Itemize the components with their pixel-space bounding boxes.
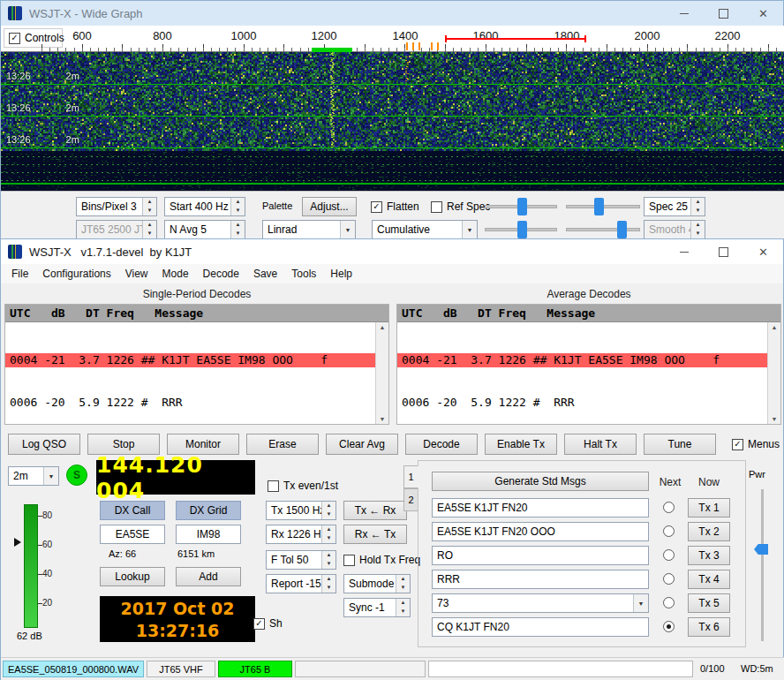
rx-from-tx-button[interactable]: Rx ← Tx — [343, 525, 407, 544]
spinner-arrows[interactable]: ▲▼ — [321, 525, 335, 543]
generate-std-msgs-button[interactable]: Generate Std Msgs — [432, 472, 649, 491]
menus-checkbox[interactable]: ✓ Menus — [732, 438, 780, 450]
scroll-up-icon[interactable]: ▲ — [380, 324, 386, 330]
halt-tx-button[interactable]: Halt Tx — [564, 434, 637, 455]
tx5-next-radio[interactable] — [663, 597, 675, 608]
frequency-scale[interactable]: ✓ Controls 600 800 1000 1200 1400 1600 1… — [1, 26, 784, 52]
band-combo[interactable]: 2m ▼ — [8, 466, 59, 486]
waterfall[interactable]: 13:262m 13:262m 13:262m — [1, 52, 784, 191]
minimize-icon[interactable] — [664, 1, 704, 26]
menu-save[interactable]: Save — [246, 264, 284, 283]
gain-slider-2[interactable] — [485, 220, 557, 239]
decodes-list[interactable]: 0004 -21 3.7 1226 ## K1JT EA5SE IM98 OOO… — [397, 322, 767, 424]
tx-even-checkbox[interactable]: ✓ Tx even/1st — [268, 480, 338, 492]
tab-messages-1[interactable]: 1 — [403, 465, 418, 488]
decode-row[interactable]: 0006 -20 5.9 1222 # RRR — [397, 396, 767, 410]
scrollbar[interactable]: ▲ ▼ — [767, 322, 780, 424]
hold-tx-freq-checkbox[interactable]: ✓ Hold Tx Freq — [343, 554, 420, 566]
bins-pixel-spinner[interactable]: Bins/Pixel 3 ▲▼ — [76, 197, 157, 216]
tx1-next-radio[interactable] — [663, 502, 675, 513]
menu-view[interactable]: View — [118, 264, 155, 283]
decode-row[interactable]: 0004 -21 3.7 1226 ## K1JT EA5SE IM98 OOO… — [5, 353, 375, 367]
tx4-now-button[interactable]: Tx 4 — [688, 570, 730, 589]
pwr-slider[interactable] — [761, 489, 764, 641]
tx1-now-button[interactable]: Tx 1 — [688, 498, 730, 518]
tx6-now-button[interactable]: Tx 6 — [688, 617, 730, 637]
spinner-arrows[interactable]: ▲▼ — [396, 599, 410, 616]
lookup-button[interactable]: Lookup — [100, 567, 165, 586]
menu-tools[interactable]: Tools — [284, 264, 323, 283]
dx-call-button[interactable]: DX Call — [100, 501, 165, 520]
scroll-down-icon[interactable]: ▼ — [772, 416, 778, 422]
spinner-arrows[interactable]: ▲▼ — [321, 575, 335, 593]
decode-row[interactable]: 0006 -20 5.9 1222 # RRR — [5, 396, 375, 410]
tx2-next-radio[interactable] — [663, 525, 675, 537]
palette-combo[interactable]: Linrad ▼ — [262, 220, 356, 239]
flatten-checkbox[interactable]: ✓ Flatten — [371, 200, 419, 213]
wide-graph-titlebar[interactable]: WSJT-X - Wide Graph ✕ — [1, 1, 783, 26]
start-hz-spinner[interactable]: Start 400 Hz ▲▼ — [164, 197, 245, 216]
tab-messages-2[interactable]: 2 — [403, 488, 418, 511]
spinner-arrows[interactable]: ▲▼ — [396, 575, 410, 593]
display-mode-combo[interactable]: Cumulative ▼ — [372, 220, 478, 239]
maximize-icon[interactable] — [704, 239, 743, 264]
slider-thumb[interactable] — [594, 198, 604, 215]
dx-call-field[interactable]: EA5SE — [100, 525, 165, 544]
tx-freq-spinner[interactable]: Tx 1500 Hz ▲▼ — [266, 501, 336, 520]
slider-thumb[interactable] — [517, 221, 527, 238]
minimize-icon[interactable] — [664, 239, 704, 264]
scrollbar[interactable]: ▲ ▼ — [375, 322, 388, 424]
main-titlebar[interactable]: WSJT-X v1.7.1-devel by K1JT ✕ — [1, 239, 783, 264]
tx4-message-field[interactable]: RRR — [432, 570, 649, 589]
sync-spinner[interactable]: Sync -1 ▲▼ — [343, 598, 411, 617]
tx3-now-button[interactable]: Tx 3 — [688, 546, 730, 565]
add-button[interactable]: Add — [176, 567, 241, 586]
clear-avg-button[interactable]: Clear Avg — [326, 434, 398, 455]
decode-button[interactable]: Decode — [405, 434, 478, 455]
spec-percent-spinner[interactable]: Spec 25 % ▲▼ — [644, 197, 705, 216]
erase-button[interactable]: Erase — [246, 434, 319, 455]
tx-from-rx-button[interactable]: Tx ← Rx — [343, 501, 407, 520]
decode-row[interactable]: 0004 -21 3.7 1226 ## K1JT EA5SE IM98 OOO… — [397, 353, 767, 367]
submode-spinner[interactable]: Submode B ▲▼ — [343, 574, 411, 593]
tx1-message-field[interactable]: EA5SE K1JT FN20 — [432, 498, 649, 518]
controls-checkbox[interactable]: ✓ — [9, 33, 20, 44]
dx-grid-button[interactable]: DX Grid — [176, 501, 241, 520]
report-spinner[interactable]: Report -15 ▲▼ — [266, 574, 336, 593]
menu-configurations[interactable]: Configurations — [35, 264, 117, 283]
spinner-arrows[interactable]: ▲▼ — [321, 551, 335, 569]
tx6-message-field[interactable]: CQ K1JT FN20 — [432, 617, 649, 637]
dx-grid-field[interactable]: IM98 — [176, 525, 241, 544]
tx2-now-button[interactable]: Tx 2 — [688, 522, 730, 541]
menu-mode[interactable]: Mode — [155, 264, 196, 283]
decodes-list[interactable]: 0004 -21 3.7 1226 ## K1JT EA5SE IM98 OOO… — [5, 322, 375, 424]
log-qso-button[interactable]: Log QSO — [8, 434, 80, 455]
n-avg-spinner[interactable]: N Avg 5 ▲▼ — [164, 220, 245, 239]
waterfall-canvas[interactable] — [1, 52, 784, 191]
scroll-up-icon[interactable]: ▲ — [772, 324, 778, 330]
ref-spec-checkbox[interactable]: ✓ Ref Spec — [431, 200, 490, 213]
spinner-arrows[interactable]: ▲▼ — [230, 221, 245, 238]
slider-thumb[interactable] — [517, 198, 527, 215]
close-icon[interactable]: ✕ — [743, 1, 783, 26]
maximize-icon[interactable] — [704, 1, 743, 26]
close-icon[interactable]: ✕ — [743, 239, 783, 264]
spinner-arrows[interactable]: ▲▼ — [142, 198, 156, 215]
tune-button[interactable]: Tune — [644, 434, 716, 455]
tx5-message-combo[interactable]: 73 ▼ — [432, 593, 649, 613]
zero-slider-1[interactable] — [566, 197, 640, 216]
f-tol-spinner[interactable]: F Tol 50 ▲▼ — [266, 550, 336, 570]
tx3-message-field[interactable]: RO — [432, 546, 649, 565]
sh-checkbox[interactable]: ✓ Sh — [253, 617, 283, 630]
slider-thumb[interactable] — [617, 221, 627, 238]
menu-help[interactable]: Help — [323, 264, 359, 283]
rx-freq-spinner[interactable]: Rx 1226 Hz ▲▼ — [266, 525, 336, 544]
pwr-slider-thumb[interactable] — [754, 544, 768, 555]
tx2-message-field[interactable]: EA5SE K1JT FN20 OOO — [432, 522, 649, 541]
enable-tx-button[interactable]: Enable Tx — [485, 434, 557, 455]
menu-decode[interactable]: Decode — [196, 264, 246, 283]
gain-slider-1[interactable] — [485, 197, 557, 216]
spinner-arrows[interactable]: ▲▼ — [690, 198, 705, 215]
scroll-down-icon[interactable]: ▼ — [380, 416, 386, 422]
zero-slider-2[interactable] — [566, 220, 640, 239]
